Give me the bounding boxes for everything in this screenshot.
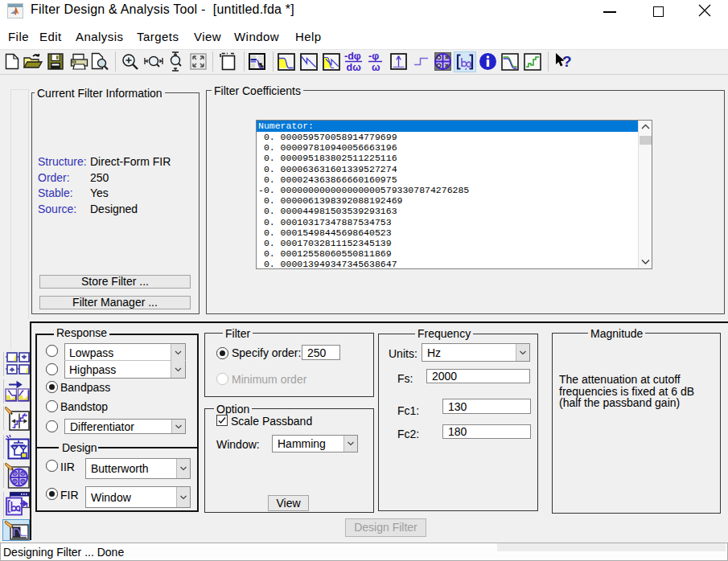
svg-text:?: ? <box>562 53 572 70</box>
svg-text:-φ: -φ <box>368 51 379 62</box>
svg-text:-dφ: -dφ <box>344 51 361 62</box>
svg-text:ω: ω <box>372 62 380 72</box>
svg-text:dω: dω <box>347 62 362 72</box>
